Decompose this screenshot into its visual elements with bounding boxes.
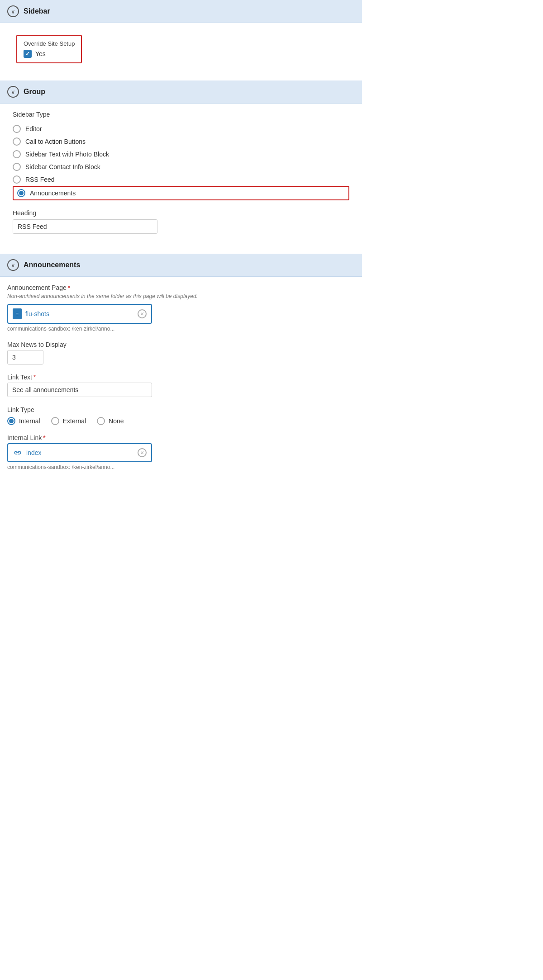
radio-announcements[interactable]: Announcements — [13, 186, 349, 200]
link-text-label: Link Text* — [7, 374, 355, 381]
radio-label-contact: Sidebar Contact Info Block — [25, 163, 100, 170]
radio-btn-text-photo[interactable] — [13, 150, 21, 158]
required-star-link-text: * — [33, 374, 36, 381]
radio-label-none: None — [109, 417, 124, 425]
internal-link-path: communications-sandbox: /ken-zirkel/anno… — [7, 464, 355, 470]
group-content: Sidebar Type Editor Call to Action Butto… — [0, 104, 362, 250]
radio-label-rss: RSS Feed — [25, 176, 55, 183]
radio-contact[interactable]: Sidebar Contact Info Block — [13, 161, 349, 173]
link-icon — [13, 448, 23, 458]
internal-link-value: index — [26, 449, 41, 456]
override-checkbox-label: Yes — [35, 50, 46, 57]
announcement-page-group: Announcement Page* Non-archived announce… — [0, 284, 362, 332]
max-news-input[interactable] — [7, 350, 43, 365]
radio-label-announcements: Announcements — [30, 189, 76, 197]
radio-text-photo[interactable]: Sidebar Text with Photo Block — [13, 148, 349, 161]
sidebar-chevron-icon[interactable] — [7, 5, 19, 17]
picker-left: flu-shots — [13, 308, 49, 319]
announcement-page-picker[interactable]: flu-shots — [7, 304, 152, 324]
radio-rss[interactable]: RSS Feed — [13, 173, 349, 186]
required-star-page: * — [68, 284, 70, 291]
sidebar-title: Sidebar — [24, 7, 50, 15]
announcement-page-hint: Non-archived announcements in the same f… — [7, 293, 355, 299]
group-chevron-icon[interactable] — [7, 86, 19, 98]
radio-label-internal: Internal — [19, 417, 40, 425]
radio-label-external: External — [63, 417, 86, 425]
group-section-header: Group — [0, 80, 362, 104]
announcements-section-header: Announcements — [0, 254, 362, 277]
link-text-input[interactable] — [7, 383, 152, 397]
heading-label: Heading — [13, 209, 349, 217]
clear-internal-link-button[interactable] — [138, 448, 147, 457]
radio-btn-editor[interactable] — [13, 125, 21, 133]
radio-editor[interactable]: Editor — [13, 123, 349, 135]
radio-btn-internal[interactable] — [7, 417, 15, 425]
internal-link-group: Internal Link* index communications-sand… — [0, 434, 362, 470]
picker-text-page: flu-shots — [25, 310, 49, 317]
link-type-group: Link Type Internal External None — [0, 406, 362, 425]
sidebar-type-radio-list: Editor Call to Action Buttons Sidebar Te… — [13, 123, 349, 200]
link-type-row: Internal External None — [7, 417, 355, 425]
radio-btn-cta[interactable] — [13, 137, 21, 146]
announcements-chevron-icon[interactable] — [7, 259, 19, 271]
override-label: Override Site Setup — [24, 40, 75, 47]
radio-btn-contact[interactable] — [13, 163, 21, 171]
radio-label-text-photo: Sidebar Text with Photo Block — [25, 151, 109, 158]
radio-label-editor: Editor — [25, 125, 42, 133]
internal-link-label: Internal Link* — [7, 434, 355, 441]
announcements-content: Announcement Page* Non-archived announce… — [0, 277, 362, 487]
heading-section: Heading — [13, 209, 349, 234]
sidebar-section-header: Sidebar — [0, 0, 362, 23]
radio-label-cta: Call to Action Buttons — [25, 138, 86, 145]
override-checkbox[interactable] — [24, 50, 32, 58]
heading-input[interactable] — [13, 219, 157, 234]
announcement-page-path: communications-sandbox: /ken-zirkel/anno… — [7, 326, 355, 332]
group-title: Group — [24, 88, 45, 96]
internal-link-picker[interactable]: index — [7, 443, 152, 462]
max-news-group: Max News to Display — [0, 341, 362, 365]
radio-cta[interactable]: Call to Action Buttons — [13, 135, 349, 148]
sidebar-type-label: Sidebar Type — [13, 111, 349, 118]
internal-link-picker-left: index — [13, 448, 41, 458]
clear-page-button[interactable] — [138, 309, 147, 318]
announcements-title: Announcements — [24, 261, 80, 269]
override-site-setup-box: Override Site Setup Yes — [16, 35, 82, 63]
required-star-internal-link: * — [43, 434, 45, 441]
max-news-label: Max News to Display — [7, 341, 355, 348]
link-text-group: Link Text* — [0, 374, 362, 397]
override-checkbox-row: Yes — [24, 50, 75, 58]
radio-btn-announcements[interactable] — [17, 189, 25, 197]
radio-btn-none[interactable] — [97, 417, 105, 425]
radio-btn-rss[interactable] — [13, 175, 21, 184]
link-type-external[interactable]: External — [51, 417, 86, 425]
doc-icon — [13, 308, 22, 319]
radio-btn-external[interactable] — [51, 417, 59, 425]
link-type-none[interactable]: None — [97, 417, 124, 425]
link-type-label: Link Type — [7, 406, 355, 413]
announcement-page-label: Announcement Page* — [7, 284, 355, 291]
link-type-internal[interactable]: Internal — [7, 417, 40, 425]
